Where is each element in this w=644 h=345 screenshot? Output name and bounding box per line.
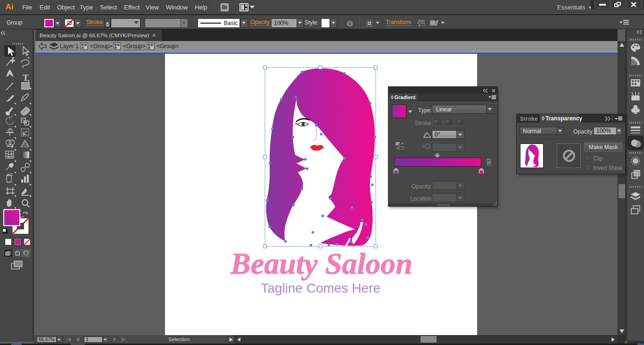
svg-text:T: T — [23, 73, 29, 83]
